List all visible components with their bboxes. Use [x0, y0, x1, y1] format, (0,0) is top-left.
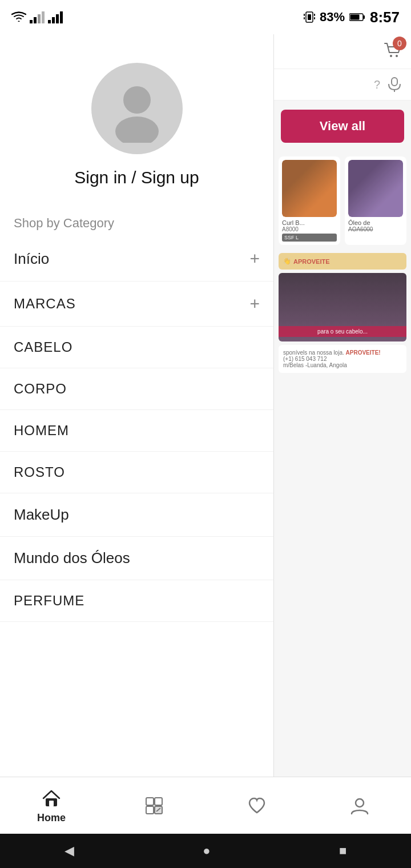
svg-rect-10 — [304, 14, 305, 16]
right-products: Curl B... A8000 SSF L Óleo de AOA6000 — [274, 152, 411, 250]
category-item-corpo[interactable]: CORPO — [0, 368, 273, 410]
android-back[interactable]: ◀ — [65, 843, 74, 858]
svg-rect-16 — [350, 15, 359, 20]
svg-rect-21 — [392, 78, 397, 86]
category-label-homem: HOMEM — [14, 423, 69, 439]
category-label-marcas: MARCAS — [14, 296, 76, 312]
battery-percent: 83% — [320, 10, 345, 25]
category-label-cabelo: CABELO — [14, 339, 72, 355]
svg-rect-2 — [38, 14, 41, 23]
android-home[interactable]: ● — [203, 843, 210, 858]
profile-nav-icon — [348, 794, 371, 817]
wifi-icon — [11, 11, 26, 23]
product-card-1[interactable]: Curl B... A8000 SSF L — [279, 156, 340, 245]
promo-banner: 👋 APROVEITE — [279, 253, 406, 270]
category-item-homem[interactable]: HOMEM — [0, 410, 273, 452]
hair-banner-text: para o seu cabelo... — [279, 326, 406, 337]
category-label-corpo: CORPO — [14, 381, 67, 397]
android-recent[interactable]: ■ — [339, 843, 346, 858]
nav-label-home: Home — [37, 812, 66, 824]
promo-text: APROVEITE — [293, 258, 330, 265]
svg-rect-7 — [60, 11, 63, 23]
signal2-icon — [48, 11, 63, 23]
svg-rect-4 — [48, 20, 51, 23]
category-item-makeup[interactable]: MakeUp — [0, 493, 273, 537]
product-name-2: Óleo de — [348, 219, 403, 226]
svg-rect-12 — [304, 17, 305, 19]
info-section: sponívels na nossa loja. APROVEITE! (+1)… — [279, 345, 406, 373]
profile-section: Sign in / Sign up — [0, 34, 273, 204]
heart-icon — [247, 795, 267, 816]
category-label-makeup: MakeUp — [14, 506, 69, 524]
status-right: 83% 8:57 — [304, 9, 400, 26]
svg-rect-5 — [52, 17, 55, 23]
svg-rect-26 — [155, 798, 162, 805]
left-panel: Sign in / Sign up Shop by Category Iníci… — [0, 34, 274, 834]
category-item-rosto[interactable]: ROSTO — [0, 452, 273, 493]
svg-rect-6 — [56, 14, 59, 23]
svg-rect-9 — [308, 14, 311, 20]
home-nav-icon — [40, 787, 63, 810]
avatar[interactable] — [91, 63, 183, 154]
svg-point-18 — [115, 116, 159, 143]
profile-icon — [349, 795, 370, 816]
category-label-mundo-oleos: Mundo dos Óleos — [14, 549, 130, 567]
android-nav: ◀ ● ■ — [0, 834, 411, 868]
svg-point-20 — [396, 55, 398, 57]
svg-rect-15 — [363, 15, 365, 19]
palette-nav-icon — [143, 794, 166, 817]
question-mark: ? — [374, 78, 380, 91]
right-search-bar: ? — [274, 69, 411, 101]
category-label-rosto: ROSTO — [14, 464, 65, 480]
category-label-perfume: PERFUME — [14, 593, 84, 609]
nav-item-home[interactable]: Home — [0, 787, 103, 824]
vibrate-icon — [304, 10, 315, 24]
mic-icon[interactable] — [386, 76, 403, 93]
heart-nav-icon — [245, 794, 268, 817]
info-phone: (+1) 615 043 712 — [283, 356, 402, 362]
svg-rect-11 — [314, 14, 315, 16]
time-display: 8:57 — [370, 9, 400, 26]
cart-button[interactable]: 0 — [382, 40, 403, 63]
status-bar: 83% 8:57 — [0, 0, 411, 34]
plus-icon-inicio: + — [249, 249, 260, 268]
category-item-marcas[interactable]: MARCAS + — [0, 282, 273, 327]
bottom-nav: Home — [0, 777, 411, 834]
svg-point-30 — [356, 799, 364, 807]
svg-rect-1 — [34, 17, 37, 23]
cart-badge: 0 — [393, 37, 406, 50]
promo-emoji: 👋 — [283, 258, 291, 265]
product-card-2[interactable]: Óleo de AOA6000 — [345, 156, 406, 245]
category-item-cabelo[interactable]: CABELO — [0, 327, 273, 368]
status-left — [11, 11, 63, 23]
shop-by-category-label: Shop by Category — [0, 204, 273, 236]
svg-rect-27 — [146, 806, 154, 814]
category-item-perfume[interactable]: PERFUME — [0, 580, 273, 622]
product-badge-1: SSF L — [282, 234, 337, 242]
category-item-inicio[interactable]: Início + — [0, 236, 273, 282]
home-icon — [41, 788, 62, 809]
sign-in-link[interactable]: Sign in / Sign up — [74, 168, 199, 187]
palette-icon — [144, 795, 164, 816]
product-price-1: A8000 — [282, 226, 337, 232]
info-highlight: APROVEITE! — [346, 349, 381, 356]
nav-item-wishlist[interactable] — [206, 794, 308, 817]
svg-point-17 — [123, 86, 151, 114]
battery-icon — [349, 13, 365, 22]
nav-item-profile[interactable] — [308, 794, 411, 817]
category-item-mundo-oleos[interactable]: Mundo dos Óleos — [0, 537, 273, 580]
nav-item-palette[interactable] — [103, 794, 206, 817]
svg-rect-13 — [314, 17, 315, 19]
product-thumb-2 — [348, 160, 403, 217]
svg-rect-3 — [42, 11, 45, 23]
svg-rect-24 — [49, 801, 54, 806]
category-section: Shop by Category Início + MARCAS + CABEL… — [0, 204, 273, 834]
product-price-2: AOA6000 — [348, 226, 403, 232]
info-available: sponívels na nossa loja. — [283, 349, 344, 356]
product-thumb-1 — [282, 160, 337, 217]
info-address: m/Belas -Luanda, Angola — [283, 362, 402, 368]
hair-banner: para o seu cabelo... — [279, 273, 406, 341]
view-all-button[interactable]: View all — [281, 110, 404, 143]
avatar-icon — [103, 74, 171, 143]
right-panel: 0 ? View all Curl B... A8000 SSF L — [274, 34, 411, 834]
